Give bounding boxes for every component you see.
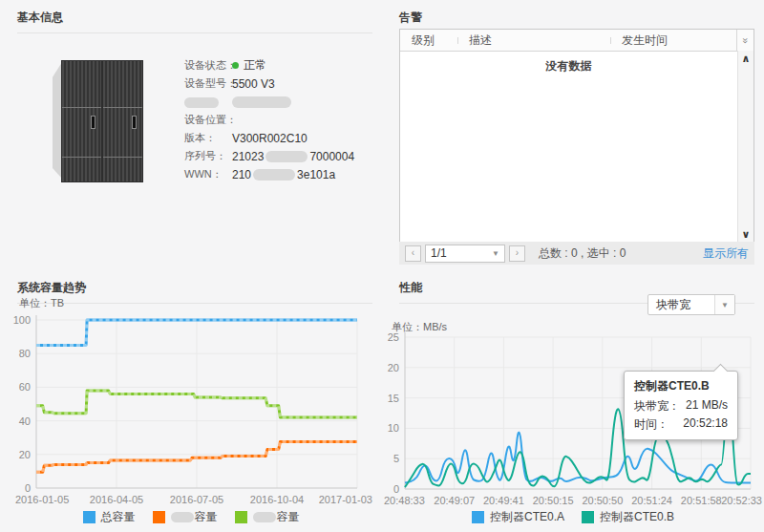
field-device-model: 设备型号： 5500 V3 (184, 77, 354, 90)
legend-label: 容量 (195, 509, 218, 525)
svg-text:20:50:50: 20:50:50 (582, 495, 623, 506)
legend-item: 容量 (235, 509, 300, 525)
svg-text:40: 40 (19, 415, 31, 427)
scroll-down-icon[interactable]: ∨ (738, 228, 753, 241)
capacity-legend: 总容量容量容量 (0, 509, 382, 525)
page-indicator: 1/1 (431, 246, 447, 260)
page-select[interactable]: 1/1 ▼ (425, 245, 505, 263)
scroll-up-icon[interactable]: ∧ (738, 53, 753, 65)
tooltip-label: 块带宽： (634, 398, 680, 415)
field-device-location: 设备位置： (184, 114, 354, 126)
legend-item: 总容量 (83, 509, 136, 525)
tooltip-label: 时间： (634, 416, 668, 433)
status-dot-normal (232, 62, 239, 69)
prev-page-button[interactable]: ‹ (405, 245, 421, 262)
svg-text:20: 20 (388, 362, 399, 373)
panel-basic-info: 基本信息 设备状态： 正常 设备型号： 5500 V3 设备位置： (0, 0, 382, 270)
legend-swatch (582, 511, 594, 523)
field-label: 序列号： (184, 149, 232, 163)
svg-text:20:49:41: 20:49:41 (483, 495, 524, 506)
chevron-down-icon: ▼ (492, 249, 499, 258)
pagination-bar: ‹ 1/1 ▼ › 总数 : 0 , 选中 : 0 显示所有 (399, 242, 754, 265)
empty-data-text: 没有数据 (400, 58, 737, 74)
field-value: V300R002C10 (232, 132, 308, 145)
svg-text:2016-07-05: 2016-07-05 (170, 494, 223, 505)
double-chevron-icon: » (740, 37, 751, 43)
panel-title-capacity-trend: 系统容量趋势 (17, 280, 372, 304)
legend-swatch (472, 511, 484, 523)
field-version: 版本： V300R002C10 (184, 132, 354, 144)
field-value: 5500 V3 (232, 77, 275, 91)
svg-text:25: 25 (388, 332, 399, 343)
redacted-label-blob (184, 97, 219, 108)
column-header-description: 描述 (457, 32, 610, 49)
device-rack-right (102, 60, 143, 182)
panel-alarms: 告警 级别 描述 发生时间 » 没有数据 ∧ ∨ ‹ 1/1 ▼ › (382, 0, 764, 270)
status-text: 正常 (244, 57, 266, 74)
svg-text:20:49:07: 20:49:07 (434, 495, 475, 506)
show-all-link[interactable]: 显示所有 (703, 245, 749, 262)
tooltip-row: 时间： 20:52:18 (634, 416, 728, 433)
legend-item: 控制器CTE0.B (582, 509, 674, 525)
field-wwn: WWN： 2103e101a (184, 168, 354, 181)
svg-text:20:52:33: 20:52:33 (721, 495, 762, 506)
field-label: 版本： (184, 131, 232, 145)
field-value: 210 (232, 168, 251, 181)
field-serial-number: 序列号： 210237000004 (184, 150, 354, 162)
storage-dashboard: 基本信息 设备状态： 正常 设备型号： 5500 V3 设备位置： (0, 0, 764, 532)
panel-capacity-trend: 系统容量趋势 单位：TB 0204060801002016-01-052016-… (0, 270, 382, 532)
scrollbar[interactable]: ∧ ∨ (737, 51, 753, 243)
field-device-status: 设备状态： 正常 (184, 59, 354, 72)
performance-legend: 控制器CTE0.A控制器CTE0.B (382, 509, 764, 525)
device-rack-left (61, 60, 102, 182)
legend-item: 控制器CTE0.A (472, 509, 564, 525)
storage-device-image (53, 59, 142, 181)
svg-text:2016-04-05: 2016-04-05 (90, 494, 143, 505)
tooltip-value: 20:52:18 (683, 416, 728, 433)
svg-text:20:51:58: 20:51:58 (681, 495, 722, 506)
legend-label: 控制器CTE0.A (490, 509, 564, 525)
dropdown-button[interactable]: ▼ (714, 295, 734, 314)
legend-label: 容量 (277, 509, 300, 525)
svg-text:15: 15 (388, 393, 399, 404)
svg-text:20:50:15: 20:50:15 (533, 495, 574, 506)
field-label: WWN： (184, 167, 232, 181)
legend-swatch (235, 511, 247, 523)
svg-text:20: 20 (19, 449, 31, 460)
rack-handle (132, 116, 137, 129)
field-redacted (184, 96, 354, 108)
column-header-level: 级别 (400, 32, 457, 49)
alarm-table-header: 级别 描述 发生时间 » (400, 30, 753, 52)
rack-handle (91, 116, 96, 129)
field-value: 21023 (232, 150, 264, 163)
svg-text:2016-01-05: 2016-01-05 (15, 494, 69, 505)
chevron-down-icon: ▼ (721, 301, 729, 309)
svg-text:100: 100 (13, 314, 31, 326)
next-page-button[interactable]: › (509, 245, 525, 262)
tooltip-title: 控制器CTE0.B (634, 378, 728, 394)
metric-select[interactable]: 块带宽 ▼ (647, 294, 735, 315)
tooltip-row: 块带宽： 21 MB/s (634, 398, 728, 415)
field-value: 7000004 (309, 150, 354, 163)
column-settings-button[interactable]: » (736, 30, 753, 51)
redacted-legend-blob (171, 512, 194, 522)
legend-swatch (153, 511, 165, 523)
redacted-value-blob (232, 96, 291, 108)
legend-item: 容量 (153, 509, 218, 525)
capacity-chart: 0204060801002016-01-052016-04-052016-07-… (0, 309, 374, 511)
svg-text:0: 0 (393, 483, 399, 495)
panel-title-basic-info: 基本信息 (17, 10, 372, 33)
alarm-table-body: 没有数据 ∧ ∨ (400, 51, 753, 243)
svg-text:2016-10-04: 2016-10-04 (250, 494, 304, 505)
legend-label: 控制器CTE0.B (600, 509, 674, 525)
pagination-summary: 总数 : 0 , 选中 : 0 (539, 245, 626, 262)
tooltip-value: 21 MB/s (686, 398, 728, 415)
chart-tooltip: 控制器CTE0.B 块带宽： 21 MB/s 时间： 20:52:18 (624, 371, 738, 440)
svg-text:5: 5 (393, 453, 399, 464)
svg-text:20:48:33: 20:48:33 (384, 495, 425, 506)
svg-text:20:51:24: 20:51:24 (631, 495, 672, 506)
svg-text:60: 60 (19, 381, 31, 393)
redacted-legend-blob (253, 512, 276, 522)
column-header-occurred-time: 发生时间 (610, 32, 736, 49)
field-value: 3e101a (297, 168, 335, 181)
